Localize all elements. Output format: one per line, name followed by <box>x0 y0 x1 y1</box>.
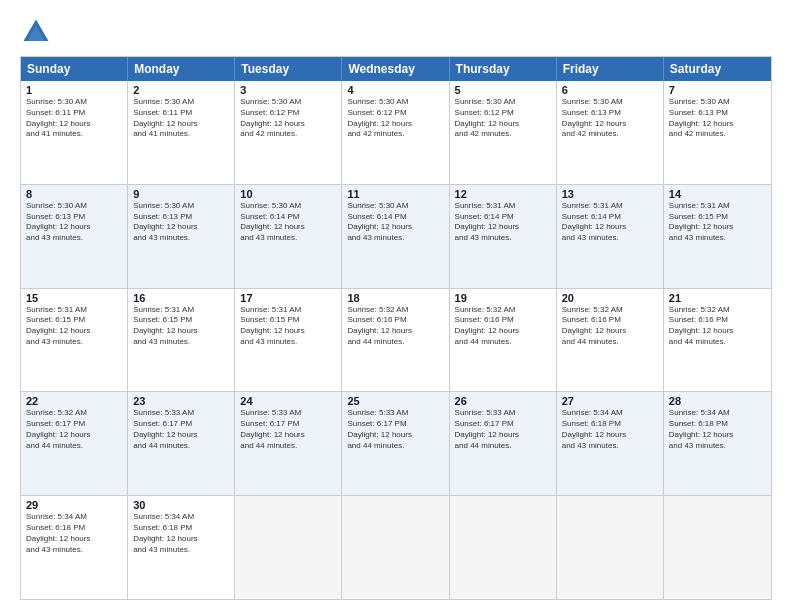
cell-text-line: Sunrise: 5:34 AM <box>133 512 229 523</box>
cell-text-line: Daylight: 12 hours <box>669 119 766 130</box>
cell-text-line: Daylight: 12 hours <box>26 326 122 337</box>
header-cell-thursday: Thursday <box>450 57 557 81</box>
day-cell-7: 7Sunrise: 5:30 AMSunset: 6:13 PMDaylight… <box>664 81 771 184</box>
day-number: 2 <box>133 84 229 96</box>
cell-text-line: and 43 minutes. <box>562 441 658 452</box>
cell-text-line: Daylight: 12 hours <box>669 222 766 233</box>
cell-text-line: Sunset: 6:15 PM <box>133 315 229 326</box>
cell-text-line: Sunset: 6:13 PM <box>133 212 229 223</box>
cell-text-line: and 44 minutes. <box>669 337 766 348</box>
cell-text-line: Sunset: 6:17 PM <box>347 419 443 430</box>
day-cell-1: 1Sunrise: 5:30 AMSunset: 6:11 PMDaylight… <box>21 81 128 184</box>
calendar-row-2: 8Sunrise: 5:30 AMSunset: 6:13 PMDaylight… <box>21 184 771 288</box>
day-number: 25 <box>347 395 443 407</box>
cell-text-line: and 43 minutes. <box>133 233 229 244</box>
cell-text-line: Daylight: 12 hours <box>347 326 443 337</box>
cell-text-line: and 43 minutes. <box>669 441 766 452</box>
cell-text-line: Sunset: 6:13 PM <box>669 108 766 119</box>
day-cell-26: 26Sunrise: 5:33 AMSunset: 6:17 PMDayligh… <box>450 392 557 495</box>
header-cell-wednesday: Wednesday <box>342 57 449 81</box>
cell-text-line: Sunset: 6:13 PM <box>562 108 658 119</box>
empty-cell <box>664 496 771 599</box>
cell-text-line: Daylight: 12 hours <box>26 534 122 545</box>
day-cell-6: 6Sunrise: 5:30 AMSunset: 6:13 PMDaylight… <box>557 81 664 184</box>
day-number: 20 <box>562 292 658 304</box>
cell-text-line: Sunrise: 5:30 AM <box>669 97 766 108</box>
cell-text-line: Sunrise: 5:30 AM <box>240 201 336 212</box>
day-cell-18: 18Sunrise: 5:32 AMSunset: 6:16 PMDayligh… <box>342 289 449 392</box>
day-number: 1 <box>26 84 122 96</box>
cell-text-line: and 43 minutes. <box>669 233 766 244</box>
cell-text-line: Sunrise: 5:31 AM <box>562 201 658 212</box>
empty-cell <box>450 496 557 599</box>
empty-cell <box>557 496 664 599</box>
day-cell-16: 16Sunrise: 5:31 AMSunset: 6:15 PMDayligh… <box>128 289 235 392</box>
day-cell-5: 5Sunrise: 5:30 AMSunset: 6:12 PMDaylight… <box>450 81 557 184</box>
cell-text-line: Sunrise: 5:32 AM <box>347 305 443 316</box>
cell-text-line: Daylight: 12 hours <box>240 430 336 441</box>
cell-text-line: and 42 minutes. <box>562 129 658 140</box>
cell-text-line: Sunset: 6:18 PM <box>133 523 229 534</box>
day-number: 3 <box>240 84 336 96</box>
cell-text-line: and 43 minutes. <box>562 233 658 244</box>
cell-text-line: Daylight: 12 hours <box>133 430 229 441</box>
day-number: 23 <box>133 395 229 407</box>
day-cell-10: 10Sunrise: 5:30 AMSunset: 6:14 PMDayligh… <box>235 185 342 288</box>
cell-text-line: and 44 minutes. <box>26 441 122 452</box>
cell-text-line: Sunrise: 5:31 AM <box>240 305 336 316</box>
cell-text-line: Sunrise: 5:30 AM <box>455 97 551 108</box>
day-cell-19: 19Sunrise: 5:32 AMSunset: 6:16 PMDayligh… <box>450 289 557 392</box>
cell-text-line: Daylight: 12 hours <box>26 222 122 233</box>
day-number: 9 <box>133 188 229 200</box>
cell-text-line: and 44 minutes. <box>562 337 658 348</box>
cell-text-line: Sunrise: 5:34 AM <box>562 408 658 419</box>
day-cell-14: 14Sunrise: 5:31 AMSunset: 6:15 PMDayligh… <box>664 185 771 288</box>
cell-text-line: Sunset: 6:15 PM <box>26 315 122 326</box>
cell-text-line: Sunrise: 5:31 AM <box>133 305 229 316</box>
cell-text-line: Sunrise: 5:33 AM <box>347 408 443 419</box>
cell-text-line: Daylight: 12 hours <box>455 222 551 233</box>
cell-text-line: Sunrise: 5:30 AM <box>133 201 229 212</box>
cell-text-line: and 44 minutes. <box>347 337 443 348</box>
day-cell-4: 4Sunrise: 5:30 AMSunset: 6:12 PMDaylight… <box>342 81 449 184</box>
day-cell-11: 11Sunrise: 5:30 AMSunset: 6:14 PMDayligh… <box>342 185 449 288</box>
cell-text-line: and 44 minutes. <box>133 441 229 452</box>
cell-text-line: Daylight: 12 hours <box>455 430 551 441</box>
cell-text-line: Daylight: 12 hours <box>347 222 443 233</box>
cell-text-line: Sunrise: 5:34 AM <box>26 512 122 523</box>
cell-text-line: Sunrise: 5:33 AM <box>133 408 229 419</box>
day-cell-13: 13Sunrise: 5:31 AMSunset: 6:14 PMDayligh… <box>557 185 664 288</box>
cell-text-line: Daylight: 12 hours <box>240 326 336 337</box>
empty-cell <box>235 496 342 599</box>
day-cell-29: 29Sunrise: 5:34 AMSunset: 6:18 PMDayligh… <box>21 496 128 599</box>
cell-text-line: Daylight: 12 hours <box>133 119 229 130</box>
day-number: 24 <box>240 395 336 407</box>
cell-text-line: Daylight: 12 hours <box>133 326 229 337</box>
day-cell-22: 22Sunrise: 5:32 AMSunset: 6:17 PMDayligh… <box>21 392 128 495</box>
cell-text-line: and 43 minutes. <box>347 233 443 244</box>
day-cell-2: 2Sunrise: 5:30 AMSunset: 6:11 PMDaylight… <box>128 81 235 184</box>
cell-text-line: Sunset: 6:17 PM <box>240 419 336 430</box>
day-number: 15 <box>26 292 122 304</box>
day-number: 21 <box>669 292 766 304</box>
cell-text-line: Daylight: 12 hours <box>26 430 122 441</box>
calendar-row-5: 29Sunrise: 5:34 AMSunset: 6:18 PMDayligh… <box>21 495 771 599</box>
cell-text-line: Sunset: 6:15 PM <box>669 212 766 223</box>
logo <box>20 16 56 48</box>
cell-text-line: Sunset: 6:18 PM <box>26 523 122 534</box>
day-number: 4 <box>347 84 443 96</box>
day-number: 30 <box>133 499 229 511</box>
day-cell-9: 9Sunrise: 5:30 AMSunset: 6:13 PMDaylight… <box>128 185 235 288</box>
cell-text-line: Sunrise: 5:30 AM <box>26 97 122 108</box>
cell-text-line: Sunrise: 5:30 AM <box>240 97 336 108</box>
calendar-body: 1Sunrise: 5:30 AMSunset: 6:11 PMDaylight… <box>21 81 771 599</box>
day-number: 6 <box>562 84 658 96</box>
day-number: 11 <box>347 188 443 200</box>
cell-text-line: Daylight: 12 hours <box>26 119 122 130</box>
cell-text-line: Sunrise: 5:32 AM <box>669 305 766 316</box>
day-cell-17: 17Sunrise: 5:31 AMSunset: 6:15 PMDayligh… <box>235 289 342 392</box>
cell-text-line: Daylight: 12 hours <box>669 430 766 441</box>
calendar: SundayMondayTuesdayWednesdayThursdayFrid… <box>20 56 772 600</box>
header-cell-tuesday: Tuesday <box>235 57 342 81</box>
header-cell-sunday: Sunday <box>21 57 128 81</box>
